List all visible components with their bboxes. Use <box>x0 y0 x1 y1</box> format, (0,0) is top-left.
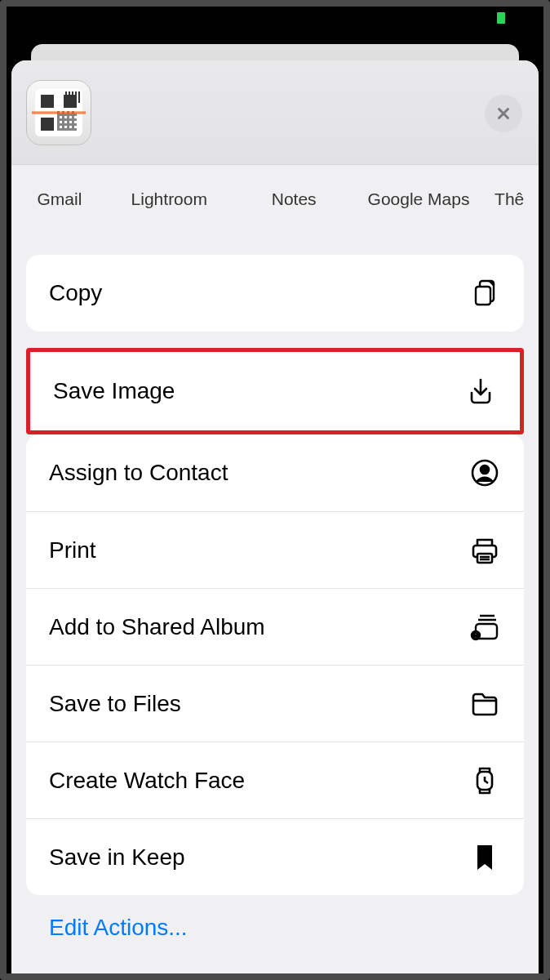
share-target-google-maps[interactable]: Google Maps <box>351 165 487 209</box>
action-save-in-keep[interactable]: Save in Keep <box>26 818 524 895</box>
action-group-copy: Copy <box>26 255 524 332</box>
close-icon <box>495 105 512 122</box>
action-add-to-shared-album[interactable]: Add to Shared Album <box>26 588 524 665</box>
folder-icon <box>468 688 501 720</box>
copy-icon <box>468 277 501 310</box>
content-thumbnail <box>26 80 91 145</box>
contact-icon <box>468 457 501 489</box>
edit-actions-link[interactable]: Edit Actions... <box>26 895 524 960</box>
printer-icon <box>468 534 501 567</box>
action-label: Copy <box>49 280 468 306</box>
recording-indicator-icon <box>497 12 505 24</box>
action-label: Save to Files <box>49 691 468 717</box>
action-print[interactable]: Print <box>26 511 524 588</box>
close-button[interactable] <box>485 95 522 132</box>
share-target-partial[interactable]: Thê <box>486 165 532 209</box>
share-target-notes[interactable]: Notes <box>237 165 351 209</box>
action-label: Save in Keep <box>49 844 468 871</box>
action-assign-to-contact[interactable]: Assign to Contact <box>26 434 524 511</box>
action-copy[interactable]: Copy <box>26 255 524 332</box>
download-icon <box>464 375 497 408</box>
action-label: Print <box>49 537 468 564</box>
action-label: Assign to Contact <box>49 460 468 486</box>
share-target-gmail[interactable]: Gmail <box>18 165 101 209</box>
shared-album-icon <box>468 611 501 644</box>
status-bar <box>0 0 550 33</box>
share-sheet: Gmail Lightroom Notes Google Maps Thê Co… <box>11 60 539 973</box>
action-save-to-files[interactable]: Save to Files <box>26 665 524 742</box>
action-label: Save Image <box>53 378 464 404</box>
action-save-image[interactable]: Save Image <box>30 352 520 430</box>
svg-rect-6 <box>477 554 492 563</box>
action-create-watch-face[interactable]: Create Watch Face <box>26 742 524 818</box>
share-target-lightroom[interactable]: Lightroom <box>101 165 237 209</box>
action-label: Create Watch Face <box>49 768 468 794</box>
svg-rect-2 <box>476 287 490 305</box>
svg-point-13 <box>474 632 477 635</box>
action-save-image-highlight: Save Image <box>26 348 524 434</box>
share-apps-row[interactable]: Gmail Lightroom Notes Google Maps Thê <box>11 165 539 230</box>
watch-icon <box>468 764 501 797</box>
action-label: Add to Shared Album <box>49 614 468 640</box>
share-sheet-header <box>11 60 539 165</box>
bookmark-filled-icon <box>468 841 501 874</box>
svg-point-4 <box>481 466 489 474</box>
action-group-main: Assign to Contact Print <box>26 434 524 895</box>
